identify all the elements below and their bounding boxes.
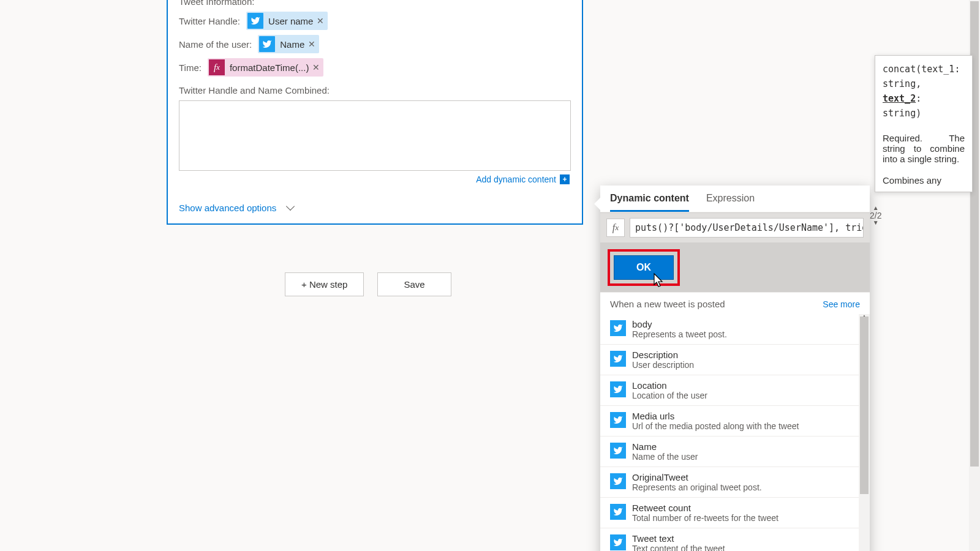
tooltip-signature: concat(text_1: string, text_2: string): [883, 62, 965, 121]
token-remove-icon[interactable]: ✕: [317, 16, 324, 26]
dc-item-desc: Text content of the tweet: [632, 544, 725, 551]
token-name[interactable]: Name ✕: [258, 35, 319, 53]
param-counter: ▲ 2/2 ▼: [870, 206, 881, 225]
dc-item-tweet-text[interactable]: Tweet textText content of the tweet: [600, 528, 870, 551]
ok-highlight: OK: [608, 249, 680, 286]
token-formatdatetime[interactable]: fx formatDateTime(...) ✕: [208, 58, 323, 77]
twitter-icon: [610, 320, 626, 336]
dc-item-title: Retweet count: [632, 503, 778, 513]
chevron-down-icon[interactable]: ▼: [873, 220, 879, 225]
dc-item-location[interactable]: LocationLocation of the user: [600, 375, 870, 406]
twitter-icon: [610, 534, 626, 550]
show-advanced-label: Show advanced options: [179, 203, 276, 213]
chevron-down-icon: [286, 202, 295, 211]
token-user-name[interactable]: User name ✕: [246, 12, 328, 30]
bottom-buttons: + New step Save: [285, 272, 451, 296]
label-name-of-user: Name of the user:: [179, 39, 252, 50]
twitter-icon: [610, 381, 626, 397]
tweet-info-label: Tweet Information:: [179, 0, 571, 7]
token-remove-icon[interactable]: ✕: [312, 62, 320, 72]
twitter-icon: [610, 443, 626, 459]
dc-item-title: Tweet text: [632, 533, 725, 544]
show-advanced-row: Show advanced options: [168, 195, 582, 223]
see-more-link[interactable]: See more: [823, 299, 860, 309]
new-step-button[interactable]: + New step: [285, 272, 364, 296]
dc-item-title: body: [632, 319, 727, 329]
dc-item-name[interactable]: NameName of the user: [600, 437, 870, 467]
param-tooltip: concat(text_1: string, text_2: string) R…: [875, 55, 973, 192]
flyout-tabs: Dynamic content Expression: [600, 186, 870, 212]
ok-zone: OK: [600, 243, 870, 292]
expression-input-row: fx puts()?['body/UserDetails/UserName'],…: [600, 212, 870, 243]
field-name-of-user: Name of the user: Name ✕: [179, 35, 571, 53]
expression-input[interactable]: puts()?['body/UserDetails/UserName'], tr…: [630, 218, 864, 238]
tab-dynamic-content[interactable]: Dynamic content: [610, 193, 689, 212]
twitter-icon: [247, 13, 263, 29]
flyout-pointer: [594, 198, 600, 210]
dc-item-title: OriginalTweet: [632, 472, 762, 482]
dc-scrollbar[interactable]: ▲ ▼: [859, 314, 870, 551]
token-text: Name: [280, 39, 304, 50]
dc-item-description[interactable]: DescriptionUser description: [600, 345, 870, 375]
combined-edit-area[interactable]: [179, 100, 571, 171]
fx-icon: fx: [209, 59, 225, 75]
dc-item-desc: Location of the user: [632, 391, 707, 400]
dc-item-original-tweet[interactable]: OriginalTweetRepresents an original twee…: [600, 467, 870, 498]
label-twitter-handle: Twitter Handle:: [179, 16, 240, 26]
plus-icon[interactable]: +: [560, 174, 570, 184]
twitter-icon: [610, 351, 626, 367]
twitter-icon: [610, 473, 626, 489]
dynamic-content-flyout: Dynamic content Expression fx puts()?['b…: [600, 186, 870, 551]
dc-item-title: Media urls: [632, 411, 799, 421]
dc-item-desc: User description: [632, 360, 694, 370]
field-twitter-handle: Twitter Handle: User name ✕: [179, 12, 571, 30]
dc-section-title: When a new tweet is posted: [610, 299, 725, 309]
tooltip-extra: Combines any: [883, 175, 965, 186]
add-dynamic-content-link[interactable]: Add dynamic content: [476, 174, 556, 184]
dc-item-desc: Represents an original tweet post.: [632, 482, 762, 492]
twitter-icon: [259, 36, 275, 52]
action-card: Tweet Information: Twitter Handle: User …: [167, 0, 583, 225]
twitter-icon: [610, 504, 626, 520]
dc-item-media-urls[interactable]: Media urlsUrl of the media posted along …: [600, 406, 870, 437]
token-text: User name: [268, 16, 313, 26]
cursor-icon: [650, 272, 665, 291]
tab-expression[interactable]: Expression: [706, 193, 755, 212]
chevron-up-icon[interactable]: ▲: [873, 206, 879, 211]
token-remove-icon[interactable]: ✕: [308, 39, 315, 49]
save-button[interactable]: Save: [377, 272, 451, 296]
dc-section-header: When a new tweet is posted See more: [600, 292, 870, 314]
dc-item-desc: Total number of re-tweets for the tweet: [632, 513, 778, 523]
twitter-icon: [610, 412, 626, 428]
dc-item-body[interactable]: bodyRepresents a tweet post.: [600, 314, 870, 345]
add-dynamic-row: Add dynamic content +: [179, 171, 571, 184]
tooltip-desc: Required. The string to combine into a s…: [883, 133, 965, 164]
label-time: Time:: [179, 62, 202, 73]
field-combined: Twitter Handle and Name Combined:: [179, 85, 571, 96]
token-text: formatDateTime(...): [230, 62, 309, 73]
dc-list: bodyRepresents a tweet post. Description…: [600, 314, 870, 551]
sig-current-param: text_2: [883, 93, 916, 104]
dc-item-title: Name: [632, 441, 698, 452]
dc-item-retweet-count[interactable]: Retweet countTotal number of re-tweets f…: [600, 498, 870, 528]
dc-item-title: Description: [632, 350, 694, 360]
label-combined: Twitter Handle and Name Combined:: [179, 85, 330, 96]
sig-pre: concat(text_1: string,: [883, 64, 960, 89]
field-time: Time: fx formatDateTime(...) ✕: [179, 58, 571, 77]
fx-icon: fx: [606, 219, 625, 237]
dc-item-desc: Represents a tweet post.: [632, 329, 727, 339]
show-advanced-link[interactable]: Show advanced options: [179, 203, 293, 213]
dc-item-desc: Url of the media posted along with the t…: [632, 421, 799, 431]
dc-item-desc: Name of the user: [632, 452, 698, 462]
dc-item-title: Location: [632, 380, 707, 391]
dc-scrollbar-thumb[interactable]: [860, 317, 869, 494]
